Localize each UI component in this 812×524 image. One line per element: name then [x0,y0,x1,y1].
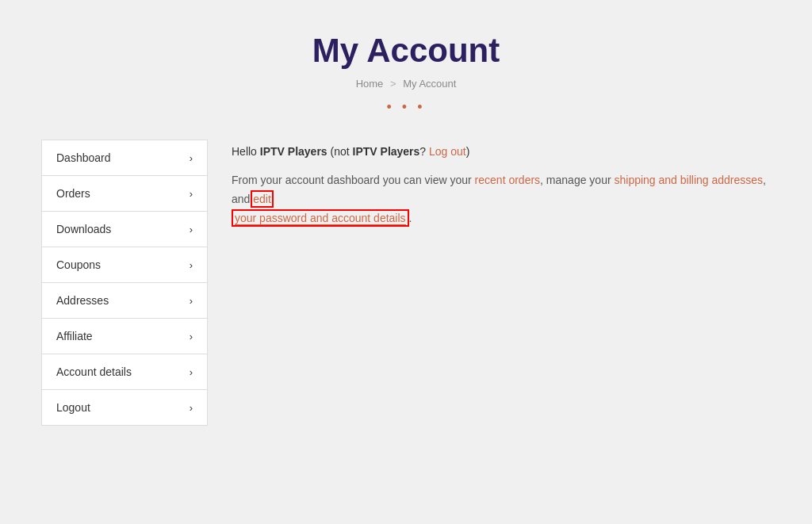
sidebar-item-addresses[interactable]: Addresses › [42,283,207,319]
chevron-icon-account-details: › [190,366,193,378]
chevron-icon-dashboard: › [190,152,193,164]
breadcrumb-current: My Account [403,78,456,90]
password-link[interactable]: your password and account details [235,212,406,225]
dashboard-text-4: . [409,212,412,224]
breadcrumb-home-link[interactable]: Home [356,78,384,90]
chevron-icon-logout: › [190,402,193,414]
hello-text: Hello IPTV Players (not IPTV Players? Lo… [232,143,771,160]
username: IPTV Players [260,145,327,158]
shipping-billing-link[interactable]: shipping and billing addresses [614,174,763,186]
sidebar-item-account-details[interactable]: Account details › [42,354,207,390]
sidebar-item-label-coupons: Coupons [56,258,101,271]
dashboard-text-2: , manage your [540,174,614,186]
chevron-icon-affiliate: › [190,331,193,342]
dashboard-description: From your account dashboard you can view… [232,171,771,228]
sidebar-item-logout[interactable]: Logout › [42,390,207,425]
chevron-icon-coupons: › [190,259,193,271]
sidebar-item-label-dashboard: Dashboard [56,151,111,164]
sidebar-item-label-orders: Orders [56,187,90,200]
chevron-icon-addresses: › [190,295,193,307]
sidebar-item-dashboard[interactable]: Dashboard › [42,140,207,176]
sidebar-item-coupons[interactable]: Coupons › [42,247,207,283]
account-layout: Dashboard › Orders › Downloads › Coupons… [41,140,771,426]
chevron-icon-downloads: › [190,224,193,235]
password-box: your password and account details [232,209,409,227]
page-header: My Account Home > My Account • • • [16,32,796,116]
logout-link[interactable]: Log out [426,145,466,158]
username2: IPTV Players [353,145,420,158]
sidebar-item-downloads[interactable]: Downloads › [42,212,207,247]
page-title: My Account [16,32,796,70]
decorative-dots: • • • [16,99,796,116]
hello-not: (not [327,145,353,158]
sidebar-nav: Dashboard › Orders › Downloads › Coupons… [41,140,208,426]
chevron-icon-orders: › [190,188,193,200]
sidebar-item-label-account-details: Account details [56,365,132,378]
sidebar-item-label-downloads: Downloads [56,223,111,235]
recent-orders-link[interactable]: recent orders [475,174,540,186]
edit-link[interactable]: edit [253,193,271,205]
sidebar: Dashboard › Orders › Downloads › Coupons… [41,140,208,426]
hello-suffix: ) [466,145,470,158]
dashboard-text-1: From your account dashboard you can view… [232,174,475,186]
sidebar-item-orders[interactable]: Orders › [42,176,207,212]
sidebar-item-label-logout: Logout [56,401,90,414]
main-content: Hello IPTV Players (not IPTV Players? Lo… [232,140,771,426]
sidebar-item-label-affiliate: Affiliate [56,330,93,342]
breadcrumb-separator: > [390,78,396,90]
sidebar-item-label-addresses: Addresses [56,294,109,307]
hello-q: ? [419,145,426,158]
breadcrumb: Home > My Account [16,78,796,90]
sidebar-item-affiliate[interactable]: Affiliate › [42,319,207,354]
hello-prefix: Hello [232,145,260,158]
page-wrapper: My Account Home > My Account • • • Dashb… [0,0,812,524]
